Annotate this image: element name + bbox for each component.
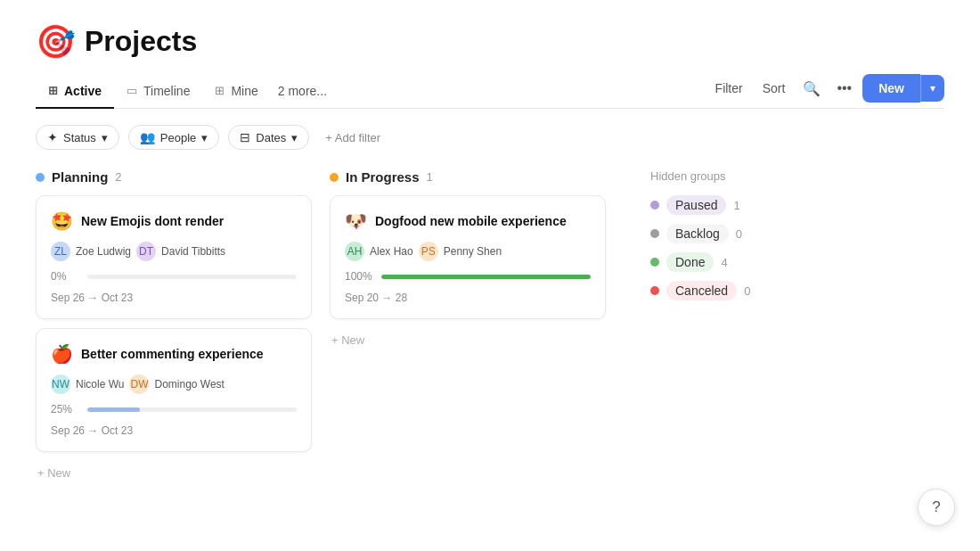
paused-dot	[650, 201, 659, 210]
progress-bar-bg-3	[381, 275, 591, 279]
hidden-group-done[interactable]: Done 4	[650, 252, 944, 272]
hidden-group-paused[interactable]: Paused 1	[650, 195, 944, 215]
progress-bar-bg	[87, 275, 297, 279]
progress-row: 0%	[51, 270, 297, 283]
tabs: ⊞ Active ▭ Timeline ⊞ Mine 2 more...	[36, 75, 708, 108]
card-people-2: NW Nicole Wu DW Domingo West	[51, 374, 297, 394]
add-filter-button[interactable]: + Add filter	[318, 127, 388, 149]
dates-chip-icon: ⊟	[240, 130, 250, 144]
hidden-group-canceled[interactable]: Canceled 0	[650, 281, 944, 300]
avatar-david: DT	[136, 242, 156, 261]
planning-dot	[36, 173, 45, 182]
hidden-groups-title: Hidden groups	[650, 169, 944, 183]
card-emoji: 🤩	[51, 210, 73, 232]
canceled-label: Canceled	[666, 281, 737, 300]
card-title-row-3: 🐶 Dogfood new mobile experience	[345, 210, 591, 232]
backlog-label: Backlog	[666, 224, 729, 243]
filter-people[interactable]: 👥 People ▾	[128, 125, 219, 150]
add-new-planning[interactable]: + New	[36, 461, 312, 485]
column-planning: Planning 2 🤩 New Emojis dont render ZL Z…	[36, 169, 312, 485]
card-dogfood[interactable]: 🐶 Dogfood new mobile experience AH Alex …	[330, 195, 606, 319]
card-dates-2: Sep 26 → Oct 23	[51, 424, 297, 437]
add-new-in-progress[interactable]: + New	[330, 328, 606, 352]
column-in-progress: In Progress 1 🐶 Dogfood new mobile exper…	[330, 169, 606, 352]
progress-row-2: 25%	[51, 403, 297, 415]
active-tab-icon: ⊞	[48, 84, 58, 97]
card-dates-3: Sep 20 → 28	[345, 292, 591, 304]
progress-bar-bg-2	[87, 407, 297, 412]
hidden-groups-panel: Hidden groups Paused 1 Backlog 0 Done 4 …	[624, 169, 944, 309]
card-emoji-2: 🍎	[51, 343, 73, 365]
dates-chip-caret: ▾	[291, 131, 298, 144]
filter-dates[interactable]: ⊟ Dates ▾	[228, 125, 309, 150]
card-dates: Sep 26 → Oct 23	[51, 292, 297, 304]
done-label: Done	[666, 252, 714, 272]
page-header: 🎯 Projects	[36, 25, 944, 58]
avatar-nicole: NW	[51, 374, 70, 394]
toolbar: ⊞ Active ▭ Timeline ⊞ Mine 2 more... Fil…	[36, 74, 944, 109]
in-progress-dot	[330, 173, 339, 182]
card-commenting[interactable]: 🍎 Better commenting experience NW Nicole…	[36, 328, 312, 452]
filter-button[interactable]: Filter	[708, 76, 750, 101]
card-emoji-3: 🐶	[345, 210, 367, 232]
paused-label: Paused	[666, 195, 726, 215]
page-icon: 🎯	[36, 26, 76, 58]
sort-button[interactable]: Sort	[755, 76, 793, 101]
card-people-3: AH Alex Hao PS Penny Shen	[345, 242, 591, 261]
status-chip-icon: ✦	[47, 130, 58, 144]
card-title-row: 🤩 New Emojis dont render	[51, 210, 297, 232]
people-chip-icon: 👥	[140, 130, 155, 144]
avatar-penny: PS	[419, 242, 438, 261]
card-title-row-2: 🍎 Better commenting experience	[51, 343, 297, 365]
avatar-zoe: ZL	[51, 242, 70, 261]
backlog-dot	[650, 229, 659, 238]
tab-more[interactable]: 2 more...	[271, 75, 334, 109]
timeline-tab-icon: ▭	[127, 84, 137, 97]
search-button[interactable]: 🔍	[797, 75, 826, 103]
avatar-alex: AH	[345, 242, 364, 261]
progress-bar-fill-3	[381, 275, 591, 279]
column-planning-header: Planning 2	[36, 169, 312, 185]
mine-tab-icon: ⊞	[215, 84, 225, 97]
help-button[interactable]: ?	[918, 489, 955, 526]
hidden-group-backlog[interactable]: Backlog 0	[650, 224, 944, 243]
status-chip-caret: ▾	[102, 131, 108, 144]
avatar-domingo: DW	[129, 374, 149, 394]
tab-timeline[interactable]: ▭ Timeline	[114, 75, 202, 109]
people-chip-caret: ▾	[201, 131, 208, 144]
progress-row-3: 100%	[345, 270, 591, 283]
board: Planning 2 🤩 New Emojis dont render ZL Z…	[36, 169, 944, 485]
done-dot	[650, 258, 659, 267]
canceled-dot	[650, 286, 659, 295]
tab-mine[interactable]: ⊞ Mine	[202, 75, 270, 109]
toolbar-actions: Filter Sort 🔍 ••• New ▾	[708, 74, 944, 108]
filter-bar: ✦ Status ▾ 👥 People ▾ ⊟ Dates ▾ + Add fi…	[36, 125, 944, 150]
card-emojis[interactable]: 🤩 New Emojis dont render ZL Zoe Ludwig D…	[36, 195, 312, 319]
card-people: ZL Zoe Ludwig DT David Tibbitts	[51, 242, 297, 261]
new-button[interactable]: New	[862, 74, 920, 103]
more-options-button[interactable]: •••	[831, 75, 857, 102]
filter-status[interactable]: ✦ Status ▾	[36, 125, 119, 150]
column-in-progress-header: In Progress 1	[330, 169, 606, 185]
progress-bar-fill-2	[87, 407, 140, 412]
tab-active[interactable]: ⊞ Active	[36, 75, 114, 109]
new-button-group: New ▾	[862, 74, 944, 103]
page-title: Projects	[85, 25, 197, 58]
new-button-caret[interactable]: ▾	[920, 75, 944, 102]
